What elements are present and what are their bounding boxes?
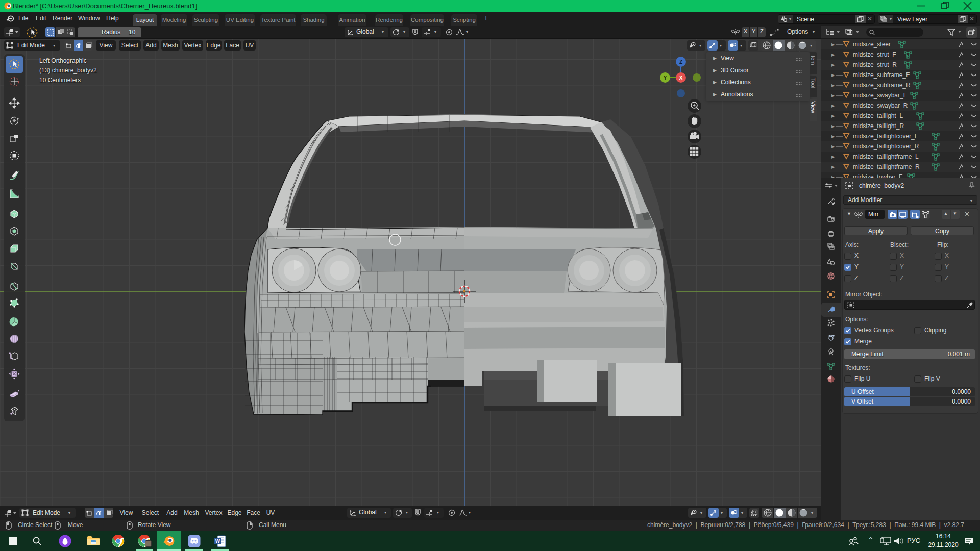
svg-text:W: W [215, 538, 220, 544]
svg-text:X: X [679, 75, 683, 81]
svg-text:Z: Z [679, 59, 682, 65]
svg-text:Y: Y [664, 75, 667, 81]
